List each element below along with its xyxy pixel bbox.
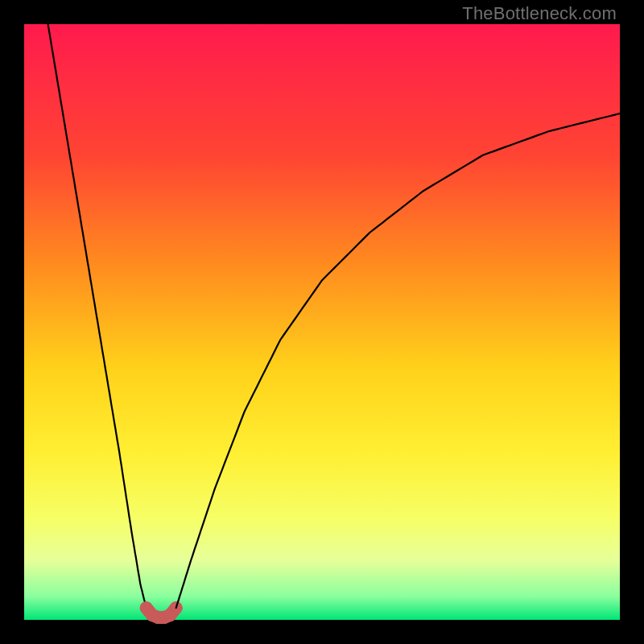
right-branch: [176, 114, 620, 608]
watermark-label: TheBottleneck.com: [462, 3, 617, 24]
chart-curves: [24, 24, 620, 620]
left-branch: [48, 24, 147, 608]
